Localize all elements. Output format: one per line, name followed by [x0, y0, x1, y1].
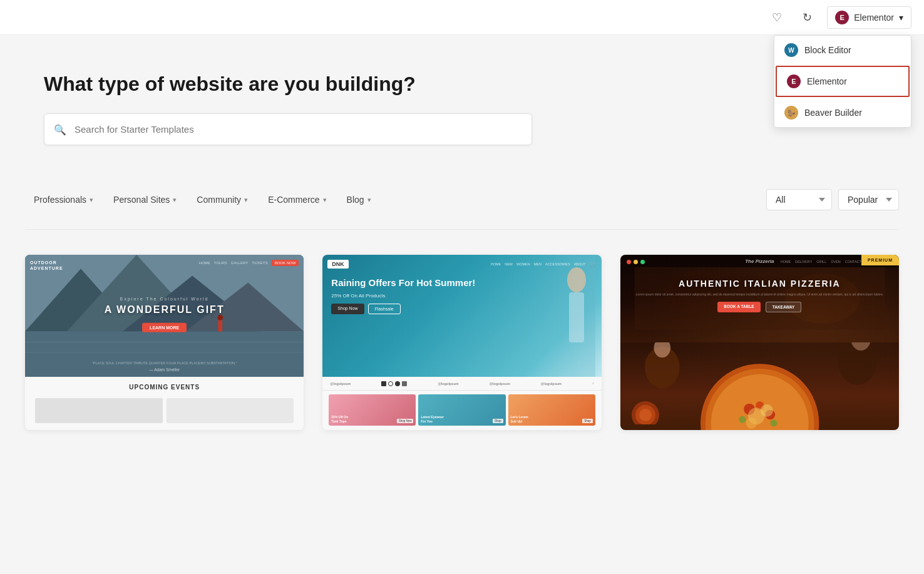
- elementor-menu-icon: E: [787, 74, 801, 88]
- search-container: 🔍: [44, 113, 532, 145]
- chevron-down-icon: ▾: [367, 196, 371, 204]
- pizza-btn1: BOOK A TABLE: [717, 302, 761, 312]
- filter-sort-select[interactable]: Popular Newest Oldest: [838, 189, 899, 210]
- dropdown-item-beaver[interactable]: 🦫 Beaver Builder: [774, 98, 911, 127]
- page-title: What type of website are you building?: [44, 73, 899, 96]
- dropdown-item-elementor[interactable]: E Elementor: [776, 66, 910, 97]
- svg-point-31: [746, 418, 757, 429]
- svg-point-11: [567, 267, 586, 292]
- dropdown-item-block-editor[interactable]: W Block Editor: [774, 36, 911, 64]
- refresh-icon[interactable]: ↻: [797, 8, 817, 28]
- builder-dropdown: W Block Editor E Elementor 🦫 Beaver Buil…: [774, 35, 911, 128]
- filter-blog[interactable]: Blog ▾: [338, 190, 380, 210]
- beaver-label: Beaver Builder: [804, 108, 862, 118]
- pizza-btn2: TAKEAWAY: [766, 302, 802, 312]
- template-card-pizzeria[interactable]: PREMIUM The Pizzeria HOME DELIVERY G: [620, 255, 899, 430]
- filter-community[interactable]: Community ▾: [188, 190, 257, 210]
- template-preview-outdoor: OUTDOORADVENTURE HOME TOURS GALLERY TICK…: [25, 255, 304, 430]
- elementor-icon: E: [835, 11, 849, 24]
- template-preview-pizzeria: PREMIUM The Pizzeria HOME DELIVERY G: [620, 255, 899, 430]
- filters-row: Professionals ▾ Personal Sites ▾ Communi…: [25, 189, 899, 230]
- dnk-btn1: Shop Now: [331, 304, 364, 314]
- svg-point-30: [760, 404, 773, 417]
- dnk-subtext: 25% Off On All Products: [331, 293, 475, 299]
- filter-personal-sites[interactable]: Personal Sites ▾: [105, 190, 185, 210]
- heart-icon[interactable]: ♡: [767, 8, 787, 28]
- chevron-down-icon: ▾: [899, 13, 903, 23]
- pizza-headline: AUTHENTIC ITALIAN PIZZERIA: [633, 279, 886, 289]
- builder-selector-label: Elementor: [854, 13, 894, 23]
- builder-selector-button[interactable]: E Elementor ▾: [827, 6, 911, 29]
- svg-point-27: [739, 416, 746, 423]
- page-header: What type of website are you building? 🔍: [25, 35, 899, 189]
- template-preview-dnk: DNK HOME NEW WOMEN MEN ACCESSORIES ABOUT…: [322, 255, 601, 430]
- svg-point-34: [639, 409, 652, 421]
- svg-rect-12: [569, 292, 584, 342]
- block-editor-label: Block Editor: [804, 45, 851, 55]
- dnk-btn2: Flashsale: [368, 304, 401, 314]
- outdoor-events: UPCOMING EVENTS: [129, 384, 200, 391]
- templates-grid: OUTDOORADVENTURE HOME TOURS GALLERY TICK…: [25, 255, 899, 455]
- template-card-dnk[interactable]: DNK HOME NEW WOMEN MEN ACCESSORIES ABOUT…: [322, 255, 601, 430]
- filter-professionals[interactable]: Professionals ▾: [25, 190, 102, 210]
- filter-all-select[interactable]: All Free Premium: [766, 189, 832, 210]
- chevron-down-icon: ▾: [244, 196, 248, 204]
- chevron-down-icon: ▾: [173, 196, 177, 204]
- search-input[interactable]: [44, 113, 532, 145]
- filter-tabs: Professionals ▾ Personal Sites ▾ Communi…: [25, 190, 380, 210]
- svg-point-28: [770, 419, 777, 426]
- template-card-outdoor[interactable]: OUTDOORADVENTURE HOME TOURS GALLERY TICK…: [25, 255, 304, 430]
- top-bar: ♡ ↻ E Elementor ▾: [0, 0, 924, 35]
- premium-badge: PREMIUM: [861, 255, 899, 265]
- chevron-down-icon: ▾: [90, 196, 93, 204]
- elementor-label: Elementor: [807, 76, 847, 86]
- wordpress-icon: W: [784, 43, 798, 57]
- chevron-down-icon: ▾: [323, 196, 327, 204]
- filter-selects: All Free Premium Popular Newest Oldest: [766, 189, 899, 210]
- outdoor-headline: A WONDERFUL GIFT: [105, 304, 225, 315]
- beaver-icon: 🦫: [784, 106, 798, 120]
- search-icon: 🔍: [54, 123, 66, 135]
- filter-ecommerce[interactable]: E-Commerce ▾: [259, 190, 335, 210]
- dnk-headline: Raining Offers For Hot Summer!: [331, 277, 475, 289]
